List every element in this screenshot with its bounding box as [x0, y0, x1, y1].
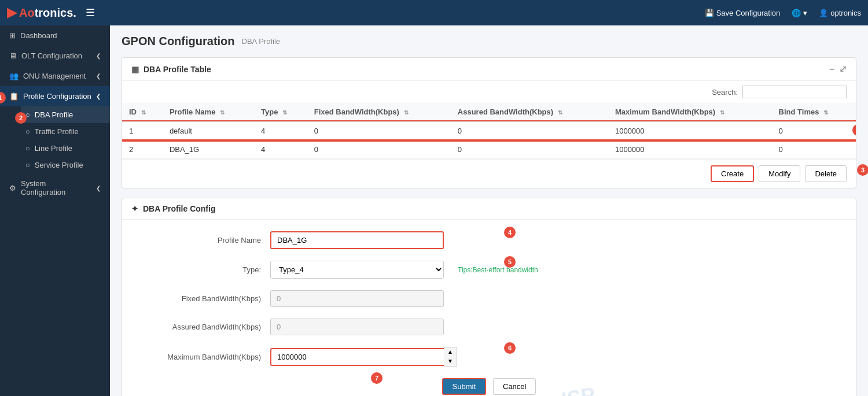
form-row-max-bw: Maximum BandWidth(Kbps) 6 ▲ ▼ — [145, 347, 833, 367]
dba-profile-table: ID ⇅ Profile Name ⇅ Type ⇅ Fixed BandWid… — [122, 103, 856, 159]
expand-icon[interactable]: ⤢ — [839, 64, 847, 75]
sidebar-item-profile-configuration[interactable]: 📋 Profile Configuration ❮ 1 — [0, 86, 110, 106]
table-row[interactable]: 2 DBA_1G 4 0 0 1000000 0 — [122, 140, 856, 159]
sidebar-item-dba-profile[interactable]: ○ DBA Profile 2 — [21, 106, 110, 123]
sidebar-item-line-profile[interactable]: ○ Line Profile — [21, 140, 110, 157]
max-bw-input[interactable] — [270, 348, 444, 366]
cancel-button[interactable]: Cancel — [493, 378, 536, 395]
cell-fixed-bw: 0 — [307, 140, 451, 159]
dba-profile-config-card: ✦ DBA Profile Config ForoISP Profile Nam… — [122, 198, 856, 396]
fixed-bw-label: Fixed BandWidth(Kbps) — [145, 294, 261, 303]
spinner-down[interactable]: ▼ — [444, 357, 457, 366]
cell-profile-name: DBA_1G — [163, 140, 254, 159]
annotation-badge-6: 6 — [504, 342, 516, 354]
type-label: Type: — [145, 265, 261, 274]
annotation-badge-1: 1 — [0, 92, 6, 103]
card-header-controls: − ⤢ — [829, 64, 847, 75]
card-header-table: ▦ DBA Profile Table − ⤢ — [122, 58, 856, 81]
user-menu[interactable]: 👤 optronics — [819, 9, 861, 17]
language-selector[interactable]: 🌐 ▾ — [792, 9, 807, 17]
form-row-assured-bw: Assured BandWidth(Kbps) — [145, 319, 833, 335]
col-bind-times[interactable]: Bind Times ⇅ — [772, 103, 856, 121]
config-icon: ✦ — [131, 204, 138, 213]
spinner-up[interactable]: ▲ — [444, 347, 457, 357]
profile-name-label: Profile Name — [145, 236, 261, 245]
search-input[interactable] — [742, 86, 847, 98]
sidebar-item-service-profile[interactable]: ○ Service Profile — [21, 157, 110, 173]
page-header: GPON Configuration DBA Profile — [122, 35, 856, 48]
profile-arrow-icon: ❮ — [96, 93, 101, 99]
hamburger-menu[interactable]: ☰ — [86, 6, 95, 19]
annotation-badge-4: 4 — [504, 227, 516, 238]
cell-bind-times: 0 — [772, 140, 856, 159]
navbar-right: 💾 Save Configuration 🌐 ▾ 👤 optronics — [705, 9, 861, 17]
profile-name-input[interactable] — [270, 231, 444, 249]
table-row[interactable]: 1 default 4 0 0 1000000 0 8 — [122, 121, 856, 140]
cell-bind-times: 0 8 — [772, 121, 856, 140]
sidebar-item-olt-configuration[interactable]: 🖥 OLT Configuration ❮ — [0, 46, 110, 66]
sidebar-item-dashboard[interactable]: ⊞ Dashboard — [0, 25, 110, 46]
submit-button[interactable]: Submit — [442, 378, 486, 395]
line-icon: ○ — [25, 144, 30, 153]
form-buttons: 7 Submit Cancel — [145, 378, 833, 395]
col-id[interactable]: ID ⇅ — [122, 103, 163, 121]
form-section: Profile Name 4 Type: 5 Type_1 Type_2 Typ… — [122, 220, 856, 396]
sidebar-item-onu-management[interactable]: 👥 ONU Management ❮ — [0, 66, 110, 86]
form-row-fixed-bw: Fixed BandWidth(Kbps) — [145, 290, 833, 307]
annotation-badge-5: 5 — [504, 256, 516, 268]
save-configuration[interactable]: 💾 Save Configuration — [705, 9, 781, 17]
cell-id: 1 — [122, 121, 163, 140]
onu-icon: 👥 — [9, 72, 19, 80]
col-assured-bw[interactable]: Assured BandWidth(Kbps) ⇅ — [451, 103, 608, 121]
sidebar-item-system-configuration[interactable]: ⚙ System Configuration ❮ — [0, 173, 110, 202]
search-label: Search: — [712, 88, 738, 97]
card-header-title: ▦ DBA Profile Table — [131, 65, 211, 74]
cell-max-bw: 1000000 — [608, 140, 772, 159]
form-row-profile-name: Profile Name 4 — [145, 231, 833, 249]
table-header-row: ID ⇅ Profile Name ⇅ Type ⇅ Fixed BandWid… — [122, 103, 856, 121]
form-row-type: Type: 5 Type_1 Type_2 Type_3 Type_4 Tips… — [145, 261, 833, 279]
type-select[interactable]: Type_1 Type_2 Type_3 Type_4 — [270, 261, 444, 279]
cell-max-bw: 1000000 — [608, 121, 772, 140]
olt-icon: 🖥 — [9, 51, 17, 60]
max-bw-label: Maximum BandWidth(Kbps) — [145, 353, 261, 361]
main-content: GPON Configuration DBA Profile ▦ DBA Pro… — [110, 25, 868, 396]
system-arrow-icon: ❮ — [96, 185, 101, 191]
profile-icon: 📋 — [9, 92, 19, 101]
save-icon: 💾 — [705, 9, 714, 17]
col-type[interactable]: Type ⇅ — [254, 103, 307, 121]
annotation-badge-8: 8 — [852, 124, 856, 136]
modify-button[interactable]: Modify — [759, 165, 800, 182]
navbar: ▶ Aotronics. ☰ 💾 Save Configuration 🌐 ▾ … — [0, 0, 868, 25]
assured-bw-input[interactable] — [270, 319, 444, 335]
cell-type: 4 — [254, 121, 307, 140]
card-header-config: ✦ DBA Profile Config — [122, 198, 856, 220]
cell-profile-name: default — [163, 121, 254, 140]
assured-bw-label: Assured BandWidth(Kbps) — [145, 323, 261, 331]
table-icon: ▦ — [131, 65, 139, 74]
annotation-badge-2: 2 — [15, 112, 27, 124]
delete-button[interactable]: Delete — [805, 165, 847, 182]
user-icon: 👤 — [819, 9, 828, 17]
olt-arrow-icon: ❮ — [96, 53, 101, 59]
globe-icon: 🌐 — [792, 9, 801, 17]
logo: ▶ Aotronics. — [7, 5, 76, 20]
traffic-icon: ○ — [25, 127, 30, 136]
cell-assured-bw: 0 — [451, 140, 608, 159]
sidebar-item-traffic-profile[interactable]: ○ Traffic Profile — [21, 123, 110, 140]
system-icon: ⚙ — [9, 184, 16, 193]
dashboard-icon: ⊞ — [9, 31, 16, 40]
annotation-badge-3: 3 — [857, 164, 868, 176]
create-button[interactable]: Create — [711, 165, 754, 182]
table-wrapper: ID ⇅ Profile Name ⇅ Type ⇅ Fixed BandWid… — [122, 103, 856, 159]
fixed-bw-input[interactable] — [270, 290, 444, 307]
annotation-badge-7: 7 — [371, 372, 382, 384]
page-title: GPON Configuration — [122, 35, 235, 48]
search-bar: Search: — [122, 81, 856, 103]
minimize-icon[interactable]: − — [829, 64, 834, 75]
spinner-controls: ▲ ▼ — [444, 347, 457, 367]
col-max-bw[interactable]: Maximum BandWidth(Kbps) ⇅ — [608, 103, 772, 121]
col-profile-name[interactable]: Profile Name ⇅ — [163, 103, 254, 121]
cell-type: 4 — [254, 140, 307, 159]
col-fixed-bw[interactable]: Fixed BandWidth(Kbps) ⇅ — [307, 103, 451, 121]
